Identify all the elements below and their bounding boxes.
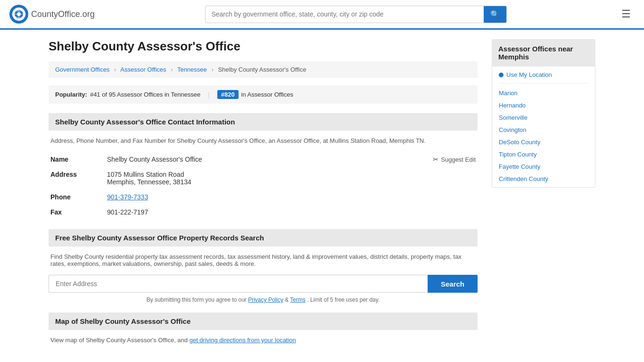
sidebar-link-covington[interactable]: Covington: [499, 126, 527, 133]
address-search-input[interactable]: [49, 275, 428, 293]
sidebar-link-somerville[interactable]: Somerville: [499, 114, 528, 121]
contact-section-header: Shelby County Assessor's Office Contact …: [49, 113, 478, 131]
fax-label: Fax: [49, 205, 105, 220]
sidebar-item: Hernando: [499, 101, 588, 109]
sidebar-item: Crittenden County: [499, 175, 588, 182]
breadcrumb-current: Shelby County Assessor's Office: [218, 66, 306, 73]
header-search-input[interactable]: [206, 7, 484, 22]
address-line2: Memphis, Tennessee, 38134: [107, 178, 476, 186]
logo-icon: [9, 5, 28, 24]
main-container: Shelby County Assessor's Office Governme…: [39, 30, 605, 362]
popularity-badge: #820: [217, 90, 239, 99]
breadcrumb: Government Offices › Assessor Offices › …: [49, 61, 478, 78]
sidebar-link-hernando[interactable]: Hernando: [499, 102, 526, 109]
table-row-address: Address 1075 Mullins Station Road Memphi…: [49, 167, 478, 189]
popularity-label: Popularity:: [55, 91, 87, 98]
map-section: Map of Shelby County Assessor's Office V…: [49, 313, 478, 344]
sidebar-link-tipton-county[interactable]: Tipton County: [499, 151, 537, 158]
disclaimer-ampersand: &: [285, 296, 290, 303]
site-header: CountyOffice.org 🔍 ☰: [0, 0, 644, 30]
logo-text: CountyOffice.org: [31, 9, 95, 19]
sidebar-item: Covington: [499, 126, 588, 133]
nearby-locations-list: MarionHernandoSomervilleCovingtonDeSoto …: [499, 89, 588, 182]
table-row-phone: Phone 901-379-7333: [49, 189, 478, 205]
page-title: Shelby County Assessor's Office: [49, 39, 478, 54]
breadcrumb-sep-2: ›: [171, 66, 173, 73]
phone-label: Phone: [49, 189, 105, 205]
contact-description: Address, Phone Number, and Fax Number fo…: [49, 137, 478, 144]
sidebar-item: Fayette County: [499, 163, 588, 170]
suggest-edit-text: Suggest Edit: [441, 156, 476, 163]
popularity-bar: Popularity: #41 of 95 Assessor Offices i…: [49, 85, 478, 104]
sidebar-link-marion[interactable]: Marion: [499, 90, 518, 97]
breadcrumb-tennessee[interactable]: Tennessee: [177, 66, 207, 73]
main-content: Shelby County Assessor's Office Governme…: [49, 39, 478, 353]
name-value-cell: Shelby County Assessor's Office ✂ Sugges…: [105, 152, 478, 167]
location-dot-icon: [499, 73, 504, 77]
header-search-area: 🔍: [205, 6, 507, 23]
name-value: Shelby County Assessor's Office: [107, 156, 202, 163]
search-icon: 🔍: [490, 10, 500, 18]
address-label: Address: [49, 167, 105, 189]
sidebar-link-desoto-county[interactable]: DeSoto County: [499, 139, 540, 146]
sidebar-header: Assessor Offices near Memphis: [492, 39, 595, 66]
popularity-badge-suffix: in Assessor Offices: [241, 91, 293, 98]
phone-link[interactable]: 901-379-7333: [107, 193, 148, 201]
map-description: View map of Shelby County Assessor's Off…: [49, 337, 478, 344]
disclaimer-text: By submitting this form you agree to our: [147, 296, 247, 303]
breadcrumb-government-offices[interactable]: Government Offices: [55, 66, 109, 73]
disclaimer-suffix: . Limit of 5 free uses per day.: [307, 296, 380, 303]
map-section-header: Map of Shelby County Assessor's Office: [49, 313, 478, 330]
logo[interactable]: CountyOffice.org: [9, 5, 95, 24]
terms-link[interactable]: Terms: [290, 296, 305, 303]
sidebar-item: Somerville: [499, 114, 588, 121]
property-section-header: Free Shelby County Assessor Office Prope…: [49, 229, 478, 247]
logo-suffix: .org: [80, 9, 95, 19]
breadcrumb-sep-1: ›: [114, 66, 116, 73]
form-disclaimer: By submitting this form you agree to our…: [49, 296, 478, 303]
fax-value: 901-222-7197: [105, 205, 478, 220]
sidebar-item: Marion: [499, 89, 588, 97]
phone-value-cell: 901-379-7333: [105, 189, 478, 205]
use-location-text: Use My Location: [506, 71, 552, 78]
suggest-edit-link[interactable]: ✂ Suggest Edit: [433, 156, 476, 163]
breadcrumb-assessor-offices[interactable]: Assessor Offices: [120, 66, 166, 73]
driving-directions-link[interactable]: get driving directions from your locatio…: [190, 337, 296, 344]
property-search-button[interactable]: Search: [428, 275, 478, 293]
suggest-edit-icon: ✂: [433, 156, 438, 163]
contact-section: Shelby County Assessor's Office Contact …: [49, 113, 478, 220]
property-section: Free Shelby County Assessor Office Prope…: [49, 229, 478, 303]
header-search-button[interactable]: 🔍: [484, 6, 506, 23]
sidebar-item: DeSoto County: [499, 138, 588, 146]
sidebar-item: Tipton County: [499, 150, 588, 158]
breadcrumb-sep-3: ›: [211, 66, 213, 73]
sidebar: Assessor Offices near Memphis Use My Loc…: [492, 39, 595, 353]
contact-table: Name Shelby County Assessor's Office ✂ S…: [49, 152, 478, 220]
logo-main-text: CountyOffice: [31, 9, 80, 19]
map-desc-text: View map of Shelby County Assessor's Off…: [50, 337, 188, 344]
address-value-cell: 1075 Mullins Station Road Memphis, Tenne…: [105, 167, 478, 189]
hamburger-menu-button[interactable]: ☰: [618, 6, 635, 22]
hamburger-icon: ☰: [621, 8, 631, 20]
table-row-name: Name Shelby County Assessor's Office ✂ S…: [49, 152, 478, 167]
use-my-location-link[interactable]: Use My Location: [499, 71, 588, 83]
popularity-rank: #41 of 95 Assessor Offices in Tennessee: [90, 91, 200, 98]
popularity-separator: |: [208, 91, 209, 98]
sidebar-content: Use My Location MarionHernandoSomerville…: [492, 66, 595, 188]
property-search-form: Search: [49, 275, 478, 293]
sidebar-link-crittenden-county[interactable]: Crittenden County: [499, 175, 548, 182]
address-line1: 1075 Mullins Station Road: [107, 171, 476, 178]
privacy-policy-link[interactable]: Privacy Policy: [248, 296, 283, 303]
sidebar-link-fayette-county[interactable]: Fayette County: [499, 163, 540, 170]
name-label: Name: [49, 152, 105, 167]
table-row-fax: Fax 901-222-7197: [49, 205, 478, 220]
property-description: Find Shelby County residential property …: [49, 253, 478, 267]
